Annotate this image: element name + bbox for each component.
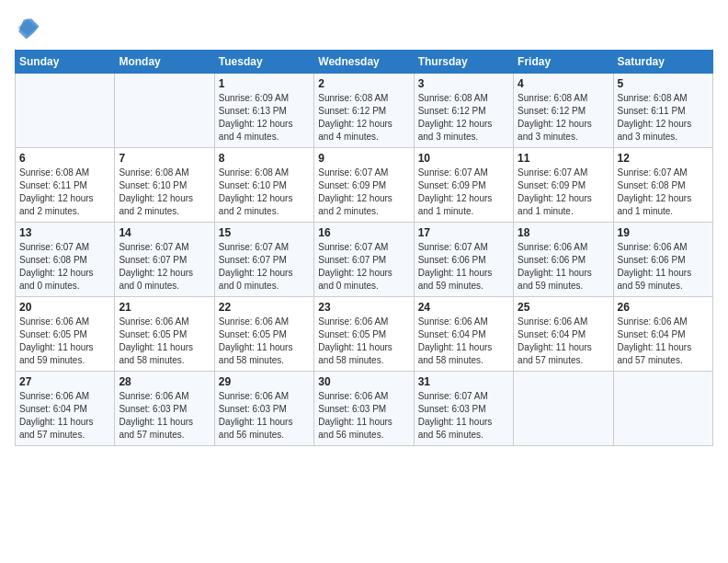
- logo: [15, 15, 44, 40]
- day-number: 21: [119, 301, 210, 314]
- day-number: 28: [119, 375, 210, 388]
- calendar-cell: 9Sunrise: 6:07 AMSunset: 6:09 PMDaylight…: [314, 148, 414, 223]
- day-number: 17: [418, 226, 509, 239]
- day-info: Sunrise: 6:06 AMSunset: 6:06 PMDaylight:…: [518, 241, 609, 293]
- calendar-cell: 16Sunrise: 6:07 AMSunset: 6:07 PMDayligh…: [314, 223, 414, 297]
- weekday-header: Wednesday: [314, 51, 414, 74]
- weekday-header: Saturday: [613, 51, 712, 74]
- logo-icon: [15, 15, 40, 40]
- calendar-cell: 20Sunrise: 6:06 AMSunset: 6:05 PMDayligh…: [16, 297, 115, 372]
- day-info: Sunrise: 6:06 AMSunset: 6:05 PMDaylight:…: [119, 316, 210, 367]
- day-info: Sunrise: 6:08 AMSunset: 6:10 PMDaylight:…: [219, 167, 310, 218]
- calendar-cell: [115, 74, 214, 148]
- calendar-cell: 23Sunrise: 6:06 AMSunset: 6:05 PMDayligh…: [314, 297, 414, 372]
- day-info: Sunrise: 6:06 AMSunset: 6:04 PMDaylight:…: [19, 390, 110, 442]
- calendar-cell: 8Sunrise: 6:08 AMSunset: 6:10 PMDaylight…: [214, 148, 313, 223]
- day-info: Sunrise: 6:07 AMSunset: 6:07 PMDaylight:…: [219, 241, 310, 293]
- calendar-week-row: 20Sunrise: 6:06 AMSunset: 6:05 PMDayligh…: [16, 297, 713, 372]
- day-info: Sunrise: 6:08 AMSunset: 6:11 PMDaylight:…: [618, 92, 709, 144]
- day-number: 13: [19, 226, 110, 239]
- calendar-cell: 6Sunrise: 6:08 AMSunset: 6:11 PMDaylight…: [16, 148, 115, 223]
- day-info: Sunrise: 6:07 AMSunset: 6:08 PMDaylight:…: [19, 241, 110, 293]
- day-info: Sunrise: 6:06 AMSunset: 6:03 PMDaylight:…: [219, 390, 310, 442]
- day-number: 23: [318, 301, 409, 314]
- calendar-cell: 22Sunrise: 6:06 AMSunset: 6:05 PMDayligh…: [214, 297, 313, 372]
- day-info: Sunrise: 6:07 AMSunset: 6:07 PMDaylight:…: [119, 241, 210, 293]
- day-info: Sunrise: 6:06 AMSunset: 6:04 PMDaylight:…: [518, 316, 609, 367]
- calendar-body: 1Sunrise: 6:09 AMSunset: 6:13 PMDaylight…: [16, 74, 713, 446]
- day-number: 18: [518, 226, 609, 239]
- day-number: 26: [618, 301, 709, 314]
- day-number: 4: [518, 77, 609, 90]
- calendar-week-row: 13Sunrise: 6:07 AMSunset: 6:08 PMDayligh…: [16, 223, 713, 297]
- calendar-cell: 25Sunrise: 6:06 AMSunset: 6:04 PMDayligh…: [514, 297, 613, 372]
- calendar-cell: 24Sunrise: 6:06 AMSunset: 6:04 PMDayligh…: [414, 297, 513, 372]
- calendar-week-row: 27Sunrise: 6:06 AMSunset: 6:04 PMDayligh…: [16, 372, 713, 446]
- calendar-cell: 21Sunrise: 6:06 AMSunset: 6:05 PMDayligh…: [115, 297, 214, 372]
- calendar-cell: 2Sunrise: 6:08 AMSunset: 6:12 PMDaylight…: [314, 74, 414, 148]
- calendar-cell: 28Sunrise: 6:06 AMSunset: 6:03 PMDayligh…: [115, 372, 214, 446]
- day-number: 12: [618, 152, 709, 165]
- day-number: 20: [19, 301, 110, 314]
- weekday-header: Tuesday: [214, 51, 313, 74]
- calendar-cell: 31Sunrise: 6:07 AMSunset: 6:03 PMDayligh…: [414, 372, 513, 446]
- day-info: Sunrise: 6:09 AMSunset: 6:13 PMDaylight:…: [219, 92, 310, 144]
- day-number: 8: [219, 152, 310, 165]
- day-info: Sunrise: 6:08 AMSunset: 6:10 PMDaylight:…: [119, 167, 210, 218]
- day-number: 6: [19, 152, 110, 165]
- calendar-cell: 10Sunrise: 6:07 AMSunset: 6:09 PMDayligh…: [414, 148, 513, 223]
- calendar-cell: 7Sunrise: 6:08 AMSunset: 6:10 PMDaylight…: [115, 148, 214, 223]
- day-info: Sunrise: 6:06 AMSunset: 6:05 PMDaylight:…: [318, 316, 409, 367]
- page-header: [15, 15, 713, 40]
- day-info: Sunrise: 6:07 AMSunset: 6:06 PMDaylight:…: [418, 241, 509, 293]
- calendar-week-row: 6Sunrise: 6:08 AMSunset: 6:11 PMDaylight…: [16, 148, 713, 223]
- day-number: 15: [219, 226, 310, 239]
- calendar-cell: 18Sunrise: 6:06 AMSunset: 6:06 PMDayligh…: [514, 223, 613, 297]
- calendar-table: SundayMondayTuesdayWednesdayThursdayFrid…: [15, 50, 713, 446]
- day-info: Sunrise: 6:07 AMSunset: 6:08 PMDaylight:…: [618, 167, 709, 218]
- day-info: Sunrise: 6:07 AMSunset: 6:09 PMDaylight:…: [518, 167, 609, 218]
- calendar-cell: 12Sunrise: 6:07 AMSunset: 6:08 PMDayligh…: [613, 148, 712, 223]
- day-number: 24: [418, 301, 509, 314]
- weekday-header: Monday: [115, 51, 214, 74]
- calendar-cell: 26Sunrise: 6:06 AMSunset: 6:04 PMDayligh…: [613, 297, 712, 372]
- weekday-header: Friday: [514, 51, 613, 74]
- day-number: 10: [418, 152, 509, 165]
- weekday-row: SundayMondayTuesdayWednesdayThursdayFrid…: [16, 51, 713, 74]
- day-number: 16: [318, 226, 409, 239]
- calendar-header: SundayMondayTuesdayWednesdayThursdayFrid…: [16, 51, 713, 74]
- calendar-cell: 15Sunrise: 6:07 AMSunset: 6:07 PMDayligh…: [214, 223, 313, 297]
- svg-marker-2: [18, 18, 39, 39]
- day-info: Sunrise: 6:07 AMSunset: 6:09 PMDaylight:…: [318, 167, 409, 218]
- day-info: Sunrise: 6:06 AMSunset: 6:03 PMDaylight:…: [119, 390, 210, 442]
- day-info: Sunrise: 6:08 AMSunset: 6:12 PMDaylight:…: [518, 92, 609, 144]
- calendar-cell: 3Sunrise: 6:08 AMSunset: 6:12 PMDaylight…: [414, 74, 513, 148]
- day-number: 3: [418, 77, 509, 90]
- calendar-cell: 4Sunrise: 6:08 AMSunset: 6:12 PMDaylight…: [514, 74, 613, 148]
- day-info: Sunrise: 6:08 AMSunset: 6:12 PMDaylight:…: [318, 92, 409, 144]
- day-info: Sunrise: 6:07 AMSunset: 6:09 PMDaylight:…: [418, 167, 509, 218]
- day-info: Sunrise: 6:06 AMSunset: 6:03 PMDaylight:…: [318, 390, 409, 442]
- calendar-cell: 27Sunrise: 6:06 AMSunset: 6:04 PMDayligh…: [16, 372, 115, 446]
- calendar-cell: [16, 74, 115, 148]
- calendar-cell: 1Sunrise: 6:09 AMSunset: 6:13 PMDaylight…: [214, 74, 313, 148]
- day-number: 5: [618, 77, 709, 90]
- day-info: Sunrise: 6:06 AMSunset: 6:04 PMDaylight:…: [618, 316, 709, 367]
- day-number: 25: [518, 301, 609, 314]
- calendar-cell: 11Sunrise: 6:07 AMSunset: 6:09 PMDayligh…: [514, 148, 613, 223]
- calendar-cell: 30Sunrise: 6:06 AMSunset: 6:03 PMDayligh…: [314, 372, 414, 446]
- calendar-cell: [514, 372, 613, 446]
- day-number: 9: [318, 152, 409, 165]
- calendar-cell: 5Sunrise: 6:08 AMSunset: 6:11 PMDaylight…: [613, 74, 712, 148]
- day-info: Sunrise: 6:06 AMSunset: 6:05 PMDaylight:…: [19, 316, 110, 367]
- day-number: 2: [318, 77, 409, 90]
- day-number: 7: [119, 152, 210, 165]
- calendar-cell: [613, 372, 712, 446]
- day-number: 1: [219, 77, 310, 90]
- day-info: Sunrise: 6:06 AMSunset: 6:04 PMDaylight:…: [418, 316, 509, 367]
- day-info: Sunrise: 6:08 AMSunset: 6:12 PMDaylight:…: [418, 92, 509, 144]
- day-info: Sunrise: 6:06 AMSunset: 6:05 PMDaylight:…: [219, 316, 310, 367]
- day-number: 22: [219, 301, 310, 314]
- day-number: 30: [318, 375, 409, 388]
- day-info: Sunrise: 6:06 AMSunset: 6:06 PMDaylight:…: [618, 241, 709, 293]
